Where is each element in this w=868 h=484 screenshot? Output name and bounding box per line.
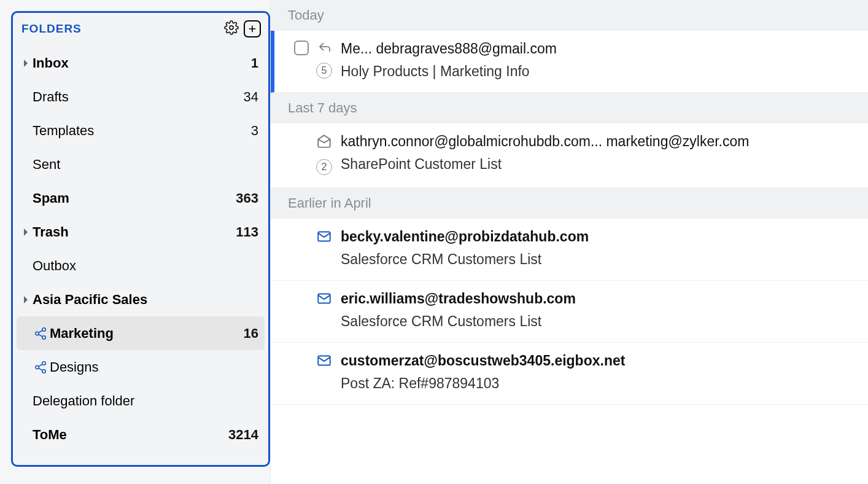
- folder-label: Outbox: [33, 258, 258, 274]
- message-subject: SharePoint Customer List: [341, 156, 853, 173]
- message-row-leading: [285, 291, 341, 330]
- folder-count: 34: [244, 89, 258, 105]
- sidebar-wrap: FOLDERS Inbox1Drafts34Templates3SentSpam…: [0, 0, 270, 484]
- message-from: Me... debragraves888@gmail.com: [341, 41, 853, 57]
- folder-list: Inbox1Drafts34Templates3SentSpam363Trash…: [13, 44, 268, 451]
- message-row-main: kathryn.connor@globalmicrohubdb.com... m…: [341, 133, 853, 175]
- section-header: Last 7 days: [271, 93, 868, 123]
- message-row-leading: [285, 353, 341, 392]
- message-from: eric.williams@tradeshowshub.com: [341, 291, 853, 307]
- message-subject: Salesforce CRM Customers List: [341, 313, 853, 330]
- folder-label: Delegation folder: [33, 393, 258, 409]
- folder-drafts[interactable]: Drafts34: [13, 80, 268, 114]
- message-list: Today5Me... debragraves888@gmail.comHoly…: [270, 0, 868, 484]
- message-subject: Salesforce CRM Customers List: [341, 251, 853, 268]
- folder-label: Inbox: [33, 55, 251, 71]
- share-icon: [31, 327, 50, 340]
- svg-line-12: [39, 368, 42, 370]
- thread-count-badge: 5: [316, 63, 332, 79]
- folder-count: 113: [236, 224, 258, 240]
- svg-line-7: [39, 334, 42, 337]
- folder-count: 1: [251, 55, 258, 71]
- folder-label: Designs: [50, 359, 258, 375]
- envelope-open-icon: [316, 133, 332, 152]
- message-row-main: eric.williams@tradeshowshub.comSalesforc…: [341, 291, 853, 330]
- envelope-icon: [316, 353, 332, 371]
- section-header: Today: [271, 0, 868, 31]
- folder-templates[interactable]: Templates3: [13, 114, 268, 147]
- folder-trash[interactable]: Trash113: [13, 215, 268, 249]
- folder-marketing[interactable]: Marketing16: [17, 316, 265, 350]
- add-folder-button[interactable]: [244, 20, 261, 37]
- folder-count: 3: [251, 123, 258, 139]
- folder-outbox[interactable]: Outbox: [13, 249, 268, 283]
- envelope-icon: [316, 291, 332, 309]
- svg-point-4: [36, 332, 39, 335]
- message-row[interactable]: 5Me... debragraves888@gmail.comHoly Prod…: [271, 31, 868, 93]
- message-row[interactable]: customerzat@boscustweb3405.eigbox.netPos…: [271, 343, 868, 405]
- folder-label: Drafts: [33, 89, 244, 105]
- message-subject: Post ZA: Ref#987894103: [341, 375, 853, 392]
- folders-title: FOLDERS: [21, 22, 82, 36]
- svg-line-6: [39, 330, 42, 332]
- folder-count: 3214: [228, 427, 258, 443]
- share-icon: [31, 361, 50, 374]
- chevron-right-icon: [19, 59, 33, 68]
- gear-icon[interactable]: [224, 20, 239, 37]
- folder-count: 16: [244, 326, 258, 342]
- folder-designs[interactable]: Designs: [13, 350, 268, 384]
- message-row-main: customerzat@boscustweb3405.eigbox.netPos…: [341, 353, 853, 392]
- folder-delegation-folder[interactable]: Delegation folder: [13, 384, 268, 418]
- chevron-right-icon: [19, 228, 33, 236]
- folder-label: Spam: [33, 190, 236, 206]
- message-row[interactable]: becky.valentine@probizdatahub.comSalesfo…: [271, 219, 868, 281]
- folder-label: Sent: [33, 157, 258, 173]
- chevron-right-icon: [19, 295, 33, 304]
- svg-point-3: [42, 327, 46, 331]
- svg-point-0: [230, 26, 233, 29]
- message-row-main: becky.valentine@probizdatahub.comSalesfo…: [341, 228, 853, 268]
- svg-line-11: [39, 364, 42, 366]
- folder-label: Trash: [33, 224, 236, 240]
- folder-inbox[interactable]: Inbox1: [13, 46, 268, 80]
- message-from: kathryn.connor@globalmicrohubdb.com... m…: [341, 133, 853, 150]
- envelope-icon: [316, 228, 332, 247]
- folder-spam[interactable]: Spam363: [13, 181, 268, 215]
- message-row-leading: 5: [285, 41, 341, 80]
- message-row-leading: [285, 228, 341, 268]
- folder-label: Asia Pacific Sales: [33, 292, 258, 308]
- message-subject: Holy Products | Marketing Info: [341, 63, 853, 80]
- message-from: becky.valentine@probizdatahub.com: [341, 228, 853, 245]
- svg-point-9: [36, 365, 39, 369]
- message-row[interactable]: eric.williams@tradeshowshub.comSalesforc…: [271, 281, 868, 343]
- message-row-main: Me... debragraves888@gmail.comHoly Produ…: [341, 41, 853, 80]
- folder-sent[interactable]: Sent: [13, 147, 268, 181]
- folder-asia-pacific-sales[interactable]: Asia Pacific Sales: [13, 283, 268, 316]
- svg-point-8: [42, 361, 46, 365]
- app-root: FOLDERS Inbox1Drafts34Templates3SentSpam…: [0, 0, 868, 484]
- folders-header: FOLDERS: [13, 13, 268, 44]
- section-header: Earlier in April: [271, 188, 868, 219]
- folder-label: Marketing: [50, 326, 244, 342]
- folders-panel: FOLDERS Inbox1Drafts34Templates3SentSpam…: [11, 11, 270, 467]
- folder-count: 363: [236, 190, 258, 206]
- folder-tome[interactable]: ToMe3214: [13, 418, 268, 451]
- svg-point-10: [42, 369, 46, 373]
- message-from: customerzat@boscustweb3405.eigbox.net: [341, 353, 853, 369]
- folder-label: ToMe: [33, 427, 228, 443]
- message-row[interactable]: 2kathryn.connor@globalmicrohubdb.com... …: [271, 123, 868, 188]
- thread-count-badge: 2: [316, 159, 332, 175]
- folders-header-actions: [224, 20, 261, 37]
- message-row-leading: 2: [285, 133, 341, 175]
- svg-point-5: [42, 335, 46, 339]
- folder-label: Templates: [33, 123, 251, 139]
- reply-icon: [317, 41, 332, 55]
- select-checkbox[interactable]: [294, 41, 309, 55]
